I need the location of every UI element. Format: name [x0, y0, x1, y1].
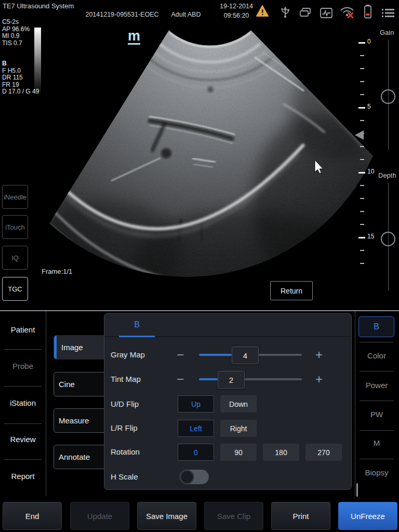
ruler-label-5: 5	[367, 103, 378, 110]
active-tab-bar	[54, 336, 57, 359]
h-scale-label: H Scale	[111, 472, 138, 481]
update-button[interactable]: Update	[70, 502, 129, 530]
date-label: 19-12-2014	[217, 3, 256, 10]
mode-b-button[interactable]: B	[358, 316, 394, 337]
lr-flip-right-button[interactable]: Right	[220, 420, 257, 437]
panel-tab-b[interactable]: B	[119, 320, 155, 329]
mode-m-button[interactable]: M	[355, 438, 398, 447]
nav-probe[interactable]: Probe	[0, 362, 46, 370]
save-image-button[interactable]: Save Image	[137, 502, 196, 530]
tint-map-label: Tint Map	[111, 375, 141, 383]
ud-flip-down-button[interactable]: Down	[220, 395, 257, 413]
gray-map-label: Gray Map	[111, 350, 145, 359]
frequency: F H5.0	[2, 68, 39, 75]
system-title: TE7 Ultrasound System	[3, 2, 74, 10]
nav-review[interactable]: Review	[0, 435, 46, 444]
toggle-knob	[180, 470, 194, 484]
itouch-button[interactable]: iTouch	[2, 215, 28, 239]
nav-report[interactable]: Report	[0, 472, 46, 481]
ultrasound-app: TE7 Ultrasound System 20141219-095531-EO…	[0, 0, 399, 532]
lr-flip-label: L/R Flip	[111, 423, 138, 432]
tint-map-value-handle[interactable]: 2	[218, 371, 245, 389]
rotation-0-button[interactable]: 0	[178, 444, 214, 461]
acoustic-power: AP 96.6%	[2, 26, 30, 33]
menu-icon[interactable]	[381, 6, 395, 20]
mode-pw-button[interactable]: PW	[355, 410, 398, 419]
mode-info: B F H5.0 DR 115 FR 19 D 17.0 / G 49	[2, 60, 39, 96]
panel-tab-underline	[119, 336, 155, 337]
ud-flip-label: U/D Flip	[111, 400, 139, 408]
tint-map-plus-button[interactable]: +	[313, 374, 325, 384]
exam-type: Adult ABD	[165, 11, 207, 18]
wifi-off-icon	[339, 5, 355, 20]
tgc-button[interactable]: TGC	[2, 277, 28, 301]
print-button[interactable]: Print	[271, 502, 330, 530]
iq-button[interactable]: IQ	[2, 246, 28, 270]
ud-flip-up-button[interactable]: Up	[178, 395, 214, 413]
tint-map-slider[interactable]	[199, 378, 302, 380]
battery-icon	[364, 4, 372, 19]
left-nav-separator	[46, 311, 46, 496]
gray-map-plus-button[interactable]: +	[313, 350, 325, 360]
usb-icon	[278, 4, 292, 19]
frame-rate: FR 19	[2, 82, 39, 89]
save-clip-button[interactable]: Save Clip	[204, 502, 263, 530]
panel-divider	[0, 310, 399, 311]
mode-color-button[interactable]: Color	[355, 351, 398, 360]
ruler-label-0: 0	[367, 38, 378, 45]
ruler-label-15: 15	[367, 233, 378, 240]
mi-value: MI 0.9	[2, 33, 30, 40]
unfreeze-button[interactable]: UnFreeze	[338, 502, 397, 530]
probe-name: C5-2s	[2, 19, 30, 26]
gain-label: Gain	[380, 29, 394, 36]
panel-header: B	[104, 314, 351, 337]
rotation-90-button[interactable]: 90	[220, 444, 257, 461]
gray-map-minus-button[interactable]: −	[175, 350, 186, 360]
mode-letter: B	[2, 60, 39, 68]
rotation-270-button[interactable]: 270	[305, 444, 342, 461]
exam-id: 20141219-095531-EOEC	[83, 11, 161, 18]
top-status-bar: TE7 Ultrasound System 20141219-095531-EO…	[0, 0, 399, 24]
gray-map-value-handle[interactable]: 4	[232, 347, 259, 364]
mode-biopsy-button[interactable]: Biopsy	[355, 468, 398, 477]
mode-scrollbar[interactable]	[356, 483, 358, 497]
lr-flip-left-button[interactable]: Left	[178, 420, 214, 437]
windows-icon[interactable]	[299, 5, 312, 20]
mode-power-button[interactable]: Power	[355, 381, 398, 390]
tint-map-minus-button[interactable]: −	[175, 374, 186, 384]
ineedle-button[interactable]: iNeedle	[2, 185, 28, 209]
time-label: 09:56:20	[217, 12, 256, 19]
probe-info: C5-2s AP 96.6% MI 0.9 TIS 0.7	[2, 19, 30, 47]
rotation-180-button[interactable]: 180	[263, 444, 299, 461]
nav-istation[interactable]: iStation	[0, 398, 46, 407]
h-scale-toggle[interactable]	[180, 470, 209, 484]
ruler-label-10: 10	[367, 168, 378, 175]
focus-marker-icon	[355, 130, 364, 140]
end-button[interactable]: End	[3, 502, 62, 530]
ultrasound-image[interactable]	[0, 0, 399, 312]
depth-slider-knob[interactable]	[381, 232, 395, 246]
dynamic-range: DR 115	[2, 74, 39, 82]
depth-label: Depth	[378, 171, 396, 179]
mindray-logo: m	[128, 29, 140, 45]
b-mode-settings-panel: B Gray Map − 4 + Tint Map − 2 + U/D Flip…	[104, 313, 352, 490]
return-button[interactable]: Return	[270, 281, 313, 300]
tis-value: TIS 0.7	[2, 40, 30, 47]
gain-slider-knob[interactable]	[381, 89, 395, 104]
waveform-icon[interactable]	[320, 6, 333, 20]
frame-counter: Frame:1/1	[42, 268, 72, 275]
nav-patient[interactable]: Patient	[0, 325, 46, 334]
warning-icon	[256, 4, 269, 19]
rotation-label: Rotation	[111, 447, 140, 456]
depth-gain: D 17.0 / G 49	[2, 88, 39, 96]
